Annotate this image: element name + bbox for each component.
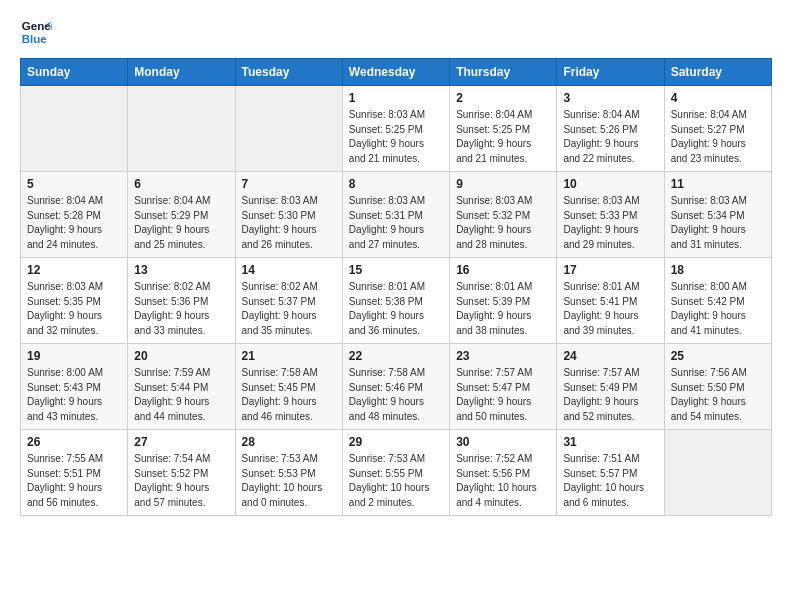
header: General Blue <box>20 16 772 48</box>
day-number: 1 <box>349 91 443 105</box>
calendar-cell: 27Sunrise: 7:54 AM Sunset: 5:52 PM Dayli… <box>128 430 235 516</box>
day-info: Sunrise: 8:01 AM Sunset: 5:41 PM Dayligh… <box>563 280 657 338</box>
day-number: 28 <box>242 435 336 449</box>
day-number: 31 <box>563 435 657 449</box>
week-row-5: 26Sunrise: 7:55 AM Sunset: 5:51 PM Dayli… <box>21 430 772 516</box>
calendar-cell: 15Sunrise: 8:01 AM Sunset: 5:38 PM Dayli… <box>342 258 449 344</box>
day-info: Sunrise: 8:04 AM Sunset: 5:28 PM Dayligh… <box>27 194 121 252</box>
day-number: 22 <box>349 349 443 363</box>
day-info: Sunrise: 8:04 AM Sunset: 5:27 PM Dayligh… <box>671 108 765 166</box>
day-number: 23 <box>456 349 550 363</box>
day-info: Sunrise: 8:04 AM Sunset: 5:29 PM Dayligh… <box>134 194 228 252</box>
day-number: 30 <box>456 435 550 449</box>
day-info: Sunrise: 8:00 AM Sunset: 5:43 PM Dayligh… <box>27 366 121 424</box>
calendar-cell: 8Sunrise: 8:03 AM Sunset: 5:31 PM Daylig… <box>342 172 449 258</box>
calendar-cell: 14Sunrise: 8:02 AM Sunset: 5:37 PM Dayli… <box>235 258 342 344</box>
svg-text:Blue: Blue <box>22 33 48 45</box>
day-info: Sunrise: 7:57 AM Sunset: 5:49 PM Dayligh… <box>563 366 657 424</box>
calendar-cell: 31Sunrise: 7:51 AM Sunset: 5:57 PM Dayli… <box>557 430 664 516</box>
weekday-header-tuesday: Tuesday <box>235 59 342 86</box>
day-info: Sunrise: 8:03 AM Sunset: 5:35 PM Dayligh… <box>27 280 121 338</box>
calendar-cell: 25Sunrise: 7:56 AM Sunset: 5:50 PM Dayli… <box>664 344 771 430</box>
day-info: Sunrise: 8:03 AM Sunset: 5:30 PM Dayligh… <box>242 194 336 252</box>
calendar-cell <box>235 86 342 172</box>
week-row-2: 5Sunrise: 8:04 AM Sunset: 5:28 PM Daylig… <box>21 172 772 258</box>
day-number: 26 <box>27 435 121 449</box>
day-info: Sunrise: 7:51 AM Sunset: 5:57 PM Dayligh… <box>563 452 657 510</box>
day-info: Sunrise: 7:58 AM Sunset: 5:46 PM Dayligh… <box>349 366 443 424</box>
day-number: 16 <box>456 263 550 277</box>
day-number: 3 <box>563 91 657 105</box>
calendar-cell: 29Sunrise: 7:53 AM Sunset: 5:55 PM Dayli… <box>342 430 449 516</box>
day-number: 20 <box>134 349 228 363</box>
day-number: 2 <box>456 91 550 105</box>
day-number: 19 <box>27 349 121 363</box>
day-number: 5 <box>27 177 121 191</box>
day-info: Sunrise: 8:03 AM Sunset: 5:32 PM Dayligh… <box>456 194 550 252</box>
weekday-header-monday: Monday <box>128 59 235 86</box>
calendar-cell: 23Sunrise: 7:57 AM Sunset: 5:47 PM Dayli… <box>450 344 557 430</box>
calendar-cell: 4Sunrise: 8:04 AM Sunset: 5:27 PM Daylig… <box>664 86 771 172</box>
day-number: 6 <box>134 177 228 191</box>
day-info: Sunrise: 7:56 AM Sunset: 5:50 PM Dayligh… <box>671 366 765 424</box>
day-info: Sunrise: 8:03 AM Sunset: 5:34 PM Dayligh… <box>671 194 765 252</box>
day-info: Sunrise: 8:04 AM Sunset: 5:26 PM Dayligh… <box>563 108 657 166</box>
day-info: Sunrise: 7:57 AM Sunset: 5:47 PM Dayligh… <box>456 366 550 424</box>
day-number: 7 <box>242 177 336 191</box>
weekday-header-friday: Friday <box>557 59 664 86</box>
calendar-cell: 7Sunrise: 8:03 AM Sunset: 5:30 PM Daylig… <box>235 172 342 258</box>
weekday-header-saturday: Saturday <box>664 59 771 86</box>
calendar-cell: 10Sunrise: 8:03 AM Sunset: 5:33 PM Dayli… <box>557 172 664 258</box>
day-info: Sunrise: 8:04 AM Sunset: 5:25 PM Dayligh… <box>456 108 550 166</box>
calendar-cell: 1Sunrise: 8:03 AM Sunset: 5:25 PM Daylig… <box>342 86 449 172</box>
day-info: Sunrise: 8:03 AM Sunset: 5:31 PM Dayligh… <box>349 194 443 252</box>
calendar-cell: 28Sunrise: 7:53 AM Sunset: 5:53 PM Dayli… <box>235 430 342 516</box>
day-info: Sunrise: 8:03 AM Sunset: 5:33 PM Dayligh… <box>563 194 657 252</box>
calendar-cell: 9Sunrise: 8:03 AM Sunset: 5:32 PM Daylig… <box>450 172 557 258</box>
day-info: Sunrise: 7:59 AM Sunset: 5:44 PM Dayligh… <box>134 366 228 424</box>
calendar-cell: 26Sunrise: 7:55 AM Sunset: 5:51 PM Dayli… <box>21 430 128 516</box>
day-info: Sunrise: 7:53 AM Sunset: 5:55 PM Dayligh… <box>349 452 443 510</box>
calendar-cell: 13Sunrise: 8:02 AM Sunset: 5:36 PM Dayli… <box>128 258 235 344</box>
calendar-cell: 19Sunrise: 8:00 AM Sunset: 5:43 PM Dayli… <box>21 344 128 430</box>
day-number: 11 <box>671 177 765 191</box>
day-number: 29 <box>349 435 443 449</box>
calendar-cell: 5Sunrise: 8:04 AM Sunset: 5:28 PM Daylig… <box>21 172 128 258</box>
day-number: 15 <box>349 263 443 277</box>
calendar-cell: 18Sunrise: 8:00 AM Sunset: 5:42 PM Dayli… <box>664 258 771 344</box>
calendar-cell <box>664 430 771 516</box>
day-number: 12 <box>27 263 121 277</box>
day-number: 13 <box>134 263 228 277</box>
svg-text:General: General <box>22 20 52 32</box>
week-row-4: 19Sunrise: 8:00 AM Sunset: 5:43 PM Dayli… <box>21 344 772 430</box>
calendar-cell: 24Sunrise: 7:57 AM Sunset: 5:49 PM Dayli… <box>557 344 664 430</box>
day-info: Sunrise: 7:54 AM Sunset: 5:52 PM Dayligh… <box>134 452 228 510</box>
day-info: Sunrise: 7:58 AM Sunset: 5:45 PM Dayligh… <box>242 366 336 424</box>
day-info: Sunrise: 8:01 AM Sunset: 5:38 PM Dayligh… <box>349 280 443 338</box>
weekday-header-wednesday: Wednesday <box>342 59 449 86</box>
day-number: 25 <box>671 349 765 363</box>
page: General Blue SundayMondayTuesdayWednesda… <box>0 0 792 612</box>
day-info: Sunrise: 8:02 AM Sunset: 5:36 PM Dayligh… <box>134 280 228 338</box>
day-number: 14 <box>242 263 336 277</box>
day-number: 24 <box>563 349 657 363</box>
day-number: 10 <box>563 177 657 191</box>
day-info: Sunrise: 8:03 AM Sunset: 5:25 PM Dayligh… <box>349 108 443 166</box>
calendar-cell: 6Sunrise: 8:04 AM Sunset: 5:29 PM Daylig… <box>128 172 235 258</box>
day-info: Sunrise: 7:55 AM Sunset: 5:51 PM Dayligh… <box>27 452 121 510</box>
day-info: Sunrise: 8:02 AM Sunset: 5:37 PM Dayligh… <box>242 280 336 338</box>
weekday-header-thursday: Thursday <box>450 59 557 86</box>
calendar-cell: 17Sunrise: 8:01 AM Sunset: 5:41 PM Dayli… <box>557 258 664 344</box>
day-number: 4 <box>671 91 765 105</box>
day-info: Sunrise: 7:53 AM Sunset: 5:53 PM Dayligh… <box>242 452 336 510</box>
day-number: 9 <box>456 177 550 191</box>
week-row-3: 12Sunrise: 8:03 AM Sunset: 5:35 PM Dayli… <box>21 258 772 344</box>
calendar-cell: 11Sunrise: 8:03 AM Sunset: 5:34 PM Dayli… <box>664 172 771 258</box>
calendar-cell: 30Sunrise: 7:52 AM Sunset: 5:56 PM Dayli… <box>450 430 557 516</box>
calendar-cell: 16Sunrise: 8:01 AM Sunset: 5:39 PM Dayli… <box>450 258 557 344</box>
day-number: 21 <box>242 349 336 363</box>
calendar-table: SundayMondayTuesdayWednesdayThursdayFrid… <box>20 58 772 516</box>
day-info: Sunrise: 7:52 AM Sunset: 5:56 PM Dayligh… <box>456 452 550 510</box>
logo: General Blue <box>20 16 56 48</box>
day-number: 8 <box>349 177 443 191</box>
